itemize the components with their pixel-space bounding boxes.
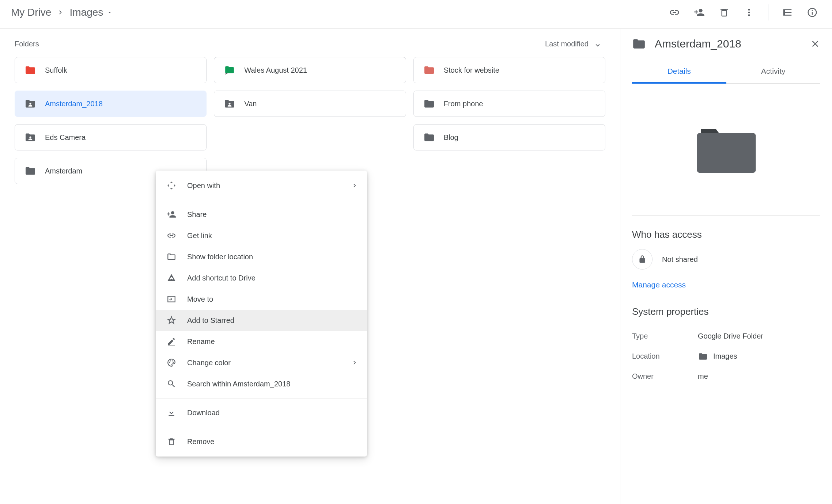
toolbar xyxy=(666,4,821,21)
menu-open-with[interactable]: Open with xyxy=(156,175,367,196)
prop-value[interactable]: Images xyxy=(698,352,737,360)
menu-label: Change color xyxy=(187,359,231,367)
menu-add-shortcut[interactable]: Add shortcut to Drive xyxy=(156,267,367,289)
manage-access-link[interactable]: Manage access xyxy=(632,280,686,289)
preview-area xyxy=(632,84,820,216)
prop-location: Location Images xyxy=(632,346,820,366)
tab-activity[interactable]: Activity xyxy=(726,60,821,83)
sort-control[interactable]: Last modified xyxy=(545,40,602,48)
svg-point-2 xyxy=(29,136,31,138)
breadcrumb-root[interactable]: My Drive xyxy=(11,7,51,18)
folder-card[interactable]: Eds Camera xyxy=(15,124,207,150)
folder-name: Blog xyxy=(444,133,458,142)
svg-point-4 xyxy=(170,360,171,362)
folder-card[interactable]: From phone xyxy=(413,91,605,117)
star-icon xyxy=(166,315,177,326)
view-toggle-button[interactable] xyxy=(779,4,796,21)
context-menu: Open with Share Get link xyxy=(156,171,367,457)
menu-change-color[interactable]: Change color xyxy=(156,352,367,373)
search-icon xyxy=(166,378,177,389)
prop-label: Location xyxy=(632,352,698,360)
svg-point-1 xyxy=(229,103,231,104)
folder-grid: Suffolk Wales August 2021 Stock for webs… xyxy=(15,57,605,184)
folder-card[interactable]: Amsterdam_2018 xyxy=(15,91,207,117)
folder-icon xyxy=(24,166,36,176)
menu-share[interactable]: Share xyxy=(156,204,367,225)
folder-icon xyxy=(24,99,36,108)
main-area: Folders Last modified Suffolk Wales Augu… xyxy=(0,29,620,504)
prop-label: Type xyxy=(632,332,698,340)
arrow-down-icon xyxy=(594,40,602,48)
rename-icon xyxy=(166,336,177,347)
svg-point-0 xyxy=(29,103,31,104)
folder-card[interactable]: Stock for website xyxy=(413,57,605,83)
folder-card[interactable]: Van xyxy=(214,91,406,117)
menu-label: Add shortcut to Drive xyxy=(187,274,256,282)
folder-name: Eds Camera xyxy=(45,133,86,142)
details-title: Amsterdam_2018 xyxy=(655,38,741,50)
folder-icon xyxy=(224,65,235,75)
tab-details[interactable]: Details xyxy=(632,60,726,84)
lock-icon xyxy=(632,249,653,270)
share-button[interactable] xyxy=(691,4,708,21)
svg-point-5 xyxy=(172,360,173,362)
folder-card[interactable]: Wales August 2021 xyxy=(214,57,406,83)
breadcrumbs: My Drive Images xyxy=(11,7,113,18)
caret-down-icon xyxy=(107,9,113,15)
chevron-right-icon xyxy=(351,182,358,189)
folder-icon xyxy=(423,133,435,142)
menu-search-within[interactable]: Search within Amsterdam_2018 xyxy=(156,373,367,394)
open-with-icon xyxy=(166,180,177,191)
prop-type: Type Google Drive Folder xyxy=(632,326,820,346)
access-heading: Who has access xyxy=(632,229,820,240)
sort-label: Last modified xyxy=(545,40,589,48)
more-button[interactable] xyxy=(740,4,758,21)
menu-label: Rename xyxy=(187,337,215,346)
folder-name: Amsterdam_2018 xyxy=(45,100,103,108)
move-icon xyxy=(166,294,177,305)
breadcrumb-root-label: My Drive xyxy=(11,7,51,18)
menu-move-to[interactable]: Move to xyxy=(156,289,367,310)
shortcut-icon xyxy=(166,272,177,283)
menu-rename[interactable]: Rename xyxy=(156,331,367,352)
folder-icon xyxy=(632,38,646,50)
menu-divider xyxy=(156,398,367,398)
menu-download[interactable]: Download xyxy=(156,402,367,423)
chevron-right-icon xyxy=(351,359,358,366)
folder-name: Wales August 2021 xyxy=(244,66,307,75)
folder-name: Van xyxy=(244,100,257,108)
palette-icon xyxy=(166,357,177,368)
breadcrumb-current[interactable]: Images xyxy=(69,7,113,18)
menu-label: Share xyxy=(187,210,207,219)
folder-icon xyxy=(24,133,36,142)
prop-value: Google Drive Folder xyxy=(698,332,763,340)
breadcrumb-current-label: Images xyxy=(69,7,103,18)
props-heading: System properties xyxy=(632,306,820,317)
close-button[interactable] xyxy=(810,39,820,49)
menu-divider xyxy=(156,427,367,427)
menu-divider xyxy=(156,200,367,200)
folder-name: Stock for website xyxy=(444,66,499,75)
prop-value: me xyxy=(698,372,708,381)
chevron-right-icon xyxy=(56,8,64,16)
menu-remove[interactable]: Remove xyxy=(156,431,367,452)
menu-get-link[interactable]: Get link xyxy=(156,225,367,246)
folder-icon xyxy=(166,251,177,262)
folder-icon xyxy=(24,65,36,75)
details-panel: Amsterdam_2018 Details Activity Who has … xyxy=(620,29,832,504)
header: My Drive Images xyxy=(0,0,832,29)
trash-button[interactable] xyxy=(715,4,733,21)
folder-card[interactable]: Blog xyxy=(413,124,605,150)
menu-label: Show folder location xyxy=(187,253,253,261)
folder-name: From phone xyxy=(444,100,483,108)
info-button[interactable] xyxy=(803,4,821,21)
folder-card[interactable]: Suffolk xyxy=(15,57,207,83)
folder-name: Suffolk xyxy=(45,66,67,75)
svg-point-6 xyxy=(173,362,174,363)
menu-add-starred[interactable]: Add to Starred xyxy=(156,310,367,331)
prop-label: Owner xyxy=(632,372,698,381)
get-link-button[interactable] xyxy=(666,4,683,21)
location-name: Images xyxy=(713,352,737,360)
menu-show-location[interactable]: Show folder location xyxy=(156,246,367,267)
access-status-row: Not shared xyxy=(632,249,820,270)
